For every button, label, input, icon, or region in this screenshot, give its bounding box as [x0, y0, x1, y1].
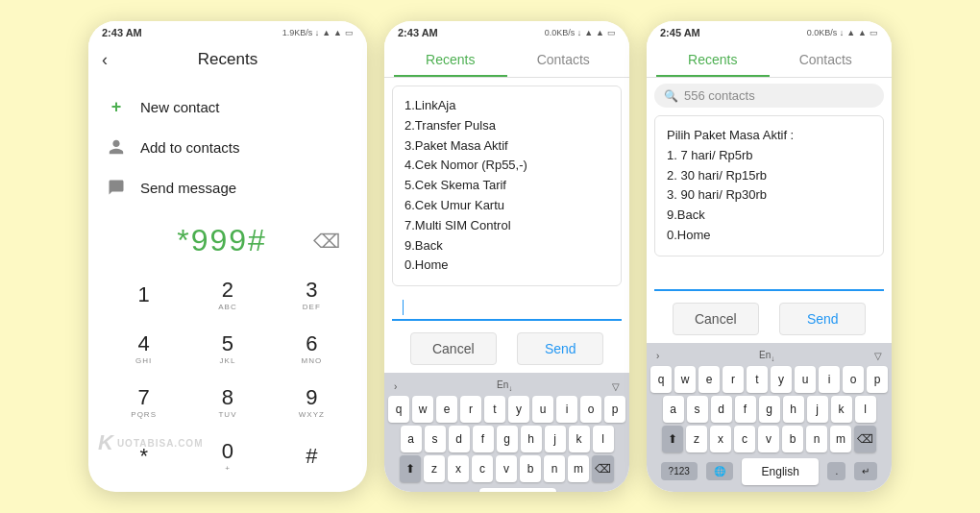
- key-g-3[interactable]: g: [759, 396, 780, 423]
- key-n-2[interactable]: n: [544, 455, 565, 482]
- globe-key-3[interactable]: 🌐: [706, 462, 733, 480]
- enter-key-3[interactable]: ↵: [854, 462, 877, 480]
- key-e-3[interactable]: e: [698, 366, 720, 393]
- key-r-2[interactable]: r: [460, 396, 481, 423]
- key-b-3[interactable]: b: [782, 426, 803, 452]
- dial-key-7[interactable]: 7PQRS: [113, 378, 175, 428]
- key-l-2[interactable]: l: [593, 426, 614, 452]
- key-f-2[interactable]: f: [473, 426, 494, 452]
- signal-icon-2: ▲: [584, 28, 593, 37]
- backspace-button[interactable]: ⌫: [309, 226, 344, 256]
- shift-key-3[interactable]: ⬆: [662, 426, 683, 452]
- dial-key-8[interactable]: 8TUV: [197, 378, 258, 428]
- dial-key-1[interactable]: 1: [113, 270, 175, 320]
- dial-key-0[interactable]: 0+: [197, 431, 258, 481]
- period-key-3[interactable]: .: [827, 462, 845, 480]
- dial-key-4[interactable]: 4GHI: [113, 324, 175, 374]
- key-y-2[interactable]: y: [508, 396, 529, 423]
- space-key-2[interactable]: English: [479, 488, 556, 492]
- dial-key-6[interactable]: 6MNO: [281, 324, 342, 374]
- key-q-3[interactable]: q: [650, 366, 672, 393]
- shift-key-2[interactable]: ⬆: [400, 455, 421, 482]
- menu-item-new-contact[interactable]: + New contact: [106, 86, 350, 127]
- num-switch-3[interactable]: ?123: [661, 462, 698, 480]
- key-u-2[interactable]: u: [532, 396, 553, 423]
- key-h-2[interactable]: h: [521, 426, 542, 452]
- backspace-key-2[interactable]: ⌫: [592, 455, 614, 482]
- tabs-3: Recents Contacts: [647, 42, 892, 78]
- kb-voice-3[interactable]: ▽: [874, 351, 882, 361]
- key-g-2[interactable]: g: [497, 426, 518, 452]
- tab-contacts-2[interactable]: Contacts: [507, 42, 621, 77]
- backspace-key-3[interactable]: ⌫: [854, 426, 876, 452]
- kb-lang-2[interactable]: En↓: [497, 379, 512, 393]
- tab-contacts-3[interactable]: Contacts: [770, 42, 883, 77]
- cancel-button-3[interactable]: Cancel: [673, 303, 759, 335]
- key-c-3[interactable]: c: [734, 426, 755, 452]
- dial-key-hash[interactable]: #: [281, 431, 342, 481]
- key-m-2[interactable]: m: [568, 455, 589, 482]
- key-q-2[interactable]: q: [388, 396, 409, 423]
- cancel-button-2[interactable]: Cancel: [410, 332, 497, 365]
- key-o-3[interactable]: o: [843, 366, 864, 393]
- kb-arrow-3[interactable]: ›: [656, 351, 659, 361]
- key-v-2[interactable]: v: [496, 455, 517, 482]
- key-m-3[interactable]: m: [830, 426, 851, 452]
- key-l-3[interactable]: l: [855, 396, 876, 423]
- key-s-3[interactable]: s: [687, 396, 708, 423]
- key-r-3[interactable]: r: [723, 366, 744, 393]
- key-d-2[interactable]: d: [449, 426, 470, 452]
- dial-key-3[interactable]: 3DEF: [281, 270, 342, 320]
- tab-recents-3[interactable]: Recents: [656, 42, 770, 77]
- key-h-3[interactable]: h: [783, 396, 804, 423]
- key-k-2[interactable]: k: [569, 426, 590, 452]
- key-w-2[interactable]: w: [412, 396, 433, 423]
- key-o-2[interactable]: o: [580, 396, 601, 423]
- menu-item-send-message[interactable]: Send message: [106, 167, 350, 208]
- key-k-3[interactable]: k: [831, 396, 852, 423]
- key-f-3[interactable]: f: [735, 396, 756, 423]
- key-c-2[interactable]: c: [472, 455, 493, 482]
- key-p-3[interactable]: p: [867, 366, 888, 393]
- ussd-input-3[interactable]: [654, 264, 884, 291]
- dial-key-2[interactable]: 2ABC: [197, 270, 258, 320]
- key-a-2[interactable]: a: [401, 426, 422, 452]
- key-u-3[interactable]: u: [795, 366, 816, 393]
- key-j-3[interactable]: j: [807, 396, 828, 423]
- search-bar-3[interactable]: 🔍 556 contacts: [654, 84, 884, 108]
- key-p-2[interactable]: p: [604, 396, 625, 423]
- key-d-3[interactable]: d: [711, 396, 732, 423]
- dial-key-5[interactable]: 5JKL: [197, 324, 258, 374]
- kb-voice-2[interactable]: ▽: [612, 381, 620, 392]
- key-y-3[interactable]: y: [771, 366, 792, 393]
- key-j-2[interactable]: j: [545, 426, 566, 452]
- key-z-3[interactable]: z: [686, 426, 707, 452]
- key-w-3[interactable]: w: [674, 366, 696, 393]
- ussd-input-2[interactable]: [392, 294, 622, 321]
- key-n-3[interactable]: n: [806, 426, 827, 452]
- send-button-3[interactable]: Send: [779, 303, 866, 335]
- key-a-3[interactable]: a: [663, 396, 684, 423]
- kb-lang-3[interactable]: En↓: [759, 350, 774, 363]
- back-button-1[interactable]: ‹: [102, 50, 108, 70]
- key-x-3[interactable]: x: [710, 426, 731, 452]
- menu-options: + New contact Add to contacts Send messa…: [88, 77, 367, 213]
- kb-arrow-2[interactable]: ›: [394, 381, 397, 392]
- key-x-2[interactable]: x: [448, 455, 469, 482]
- tab-recents-2[interactable]: Recents: [394, 42, 507, 77]
- menu-item-add-contacts[interactable]: Add to contacts: [106, 127, 350, 167]
- key-s-2[interactable]: s: [425, 426, 446, 452]
- space-key-3[interactable]: English: [742, 458, 819, 485]
- key-e-2[interactable]: e: [436, 396, 457, 423]
- key-t-2[interactable]: t: [484, 396, 505, 423]
- key-b-2[interactable]: b: [520, 455, 541, 482]
- key-i-3[interactable]: i: [819, 366, 840, 393]
- wifi-icon-2: ▲: [596, 28, 604, 37]
- key-i-2[interactable]: i: [556, 396, 577, 423]
- key-v-3[interactable]: v: [758, 426, 779, 452]
- send-button-2[interactable]: Send: [517, 332, 603, 365]
- phone1-header: ‹ Recents: [88, 42, 367, 77]
- key-z-2[interactable]: z: [424, 455, 445, 482]
- dial-key-9[interactable]: 9WXYZ: [281, 378, 342, 428]
- key-t-3[interactable]: t: [747, 366, 768, 393]
